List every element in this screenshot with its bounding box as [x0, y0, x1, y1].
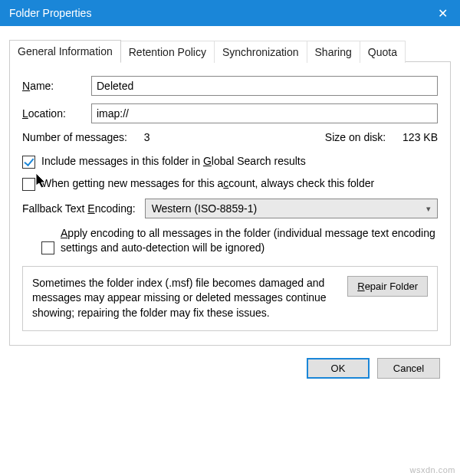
close-icon: ✕	[438, 6, 448, 21]
encoding-label: Fallback Text Encoding:	[22, 202, 136, 215]
row-location: Location:	[22, 103, 438, 123]
messages-label: Number of messages:	[22, 131, 127, 143]
tab-general[interactable]: General Information	[9, 40, 121, 62]
tab-synchronization[interactable]: Synchronization	[214, 41, 307, 63]
row-encoding: Fallback Text Encoding: Western (ISO-885…	[22, 199, 438, 218]
tab-sharing[interactable]: Sharing	[307, 41, 360, 63]
check-apply-encoding[interactable]: Apply encoding to all messages in the fo…	[41, 226, 438, 255]
tab-panel-general: Name: Location: Number of messages: 3 Si…	[9, 61, 451, 346]
encoding-value: Western (ISO-8859-1)	[152, 202, 426, 215]
name-input[interactable]	[91, 76, 438, 96]
check-apply-encoding-label: Apply encoding to all messages in the fo…	[61, 226, 438, 255]
cancel-button[interactable]: Cancel	[377, 358, 440, 379]
size-value: 123 KB	[402, 131, 438, 143]
tab-retention[interactable]: Retention Policy	[120, 41, 215, 63]
close-button[interactable]: ✕	[425, 0, 460, 26]
chevron-down-icon: ▾	[426, 204, 431, 214]
location-input[interactable]	[91, 103, 438, 123]
location-label: Location:	[22, 107, 91, 120]
dialog-footer: OK Cancel	[9, 346, 451, 379]
checkbox-global-search[interactable]	[22, 156, 35, 169]
watermark: wsxdn.com	[409, 465, 455, 474]
check-always-check[interactable]: When getting new messages for this accou…	[22, 176, 438, 191]
tab-quota[interactable]: Quota	[360, 41, 406, 63]
stats-row: Number of messages: 3 Size on disk: 123 …	[22, 131, 438, 143]
ok-button[interactable]: OK	[307, 358, 370, 379]
name-label: Name:	[22, 80, 91, 92]
encoding-select[interactable]: Western (ISO-8859-1) ▾	[145, 199, 438, 218]
checkbox-apply-encoding[interactable]	[41, 241, 54, 254]
titlebar[interactable]: Folder Properties ✕	[0, 0, 460, 26]
messages-value: 3	[144, 131, 150, 143]
size-label: Size on disk:	[325, 131, 386, 143]
check-global-search[interactable]: Include messages in this folder in Globa…	[22, 154, 438, 169]
repair-folder-button[interactable]: Repair Folder	[347, 276, 428, 297]
window-title: Folder Properties	[9, 7, 425, 19]
tab-strip: General Information Retention Policy Syn…	[9, 40, 451, 62]
repair-box: Sometimes the folder index (.msf) file b…	[22, 266, 438, 331]
check-always-check-label: When getting new messages for this accou…	[41, 176, 438, 191]
row-name: Name:	[22, 76, 438, 96]
dialog-body: General Information Retention Policy Syn…	[0, 26, 460, 388]
checkbox-always-check[interactable]	[22, 178, 35, 191]
check-global-search-label: Include messages in this folder in Globa…	[41, 154, 438, 169]
repair-text: Sometimes the folder index (.msf) file b…	[32, 276, 338, 321]
